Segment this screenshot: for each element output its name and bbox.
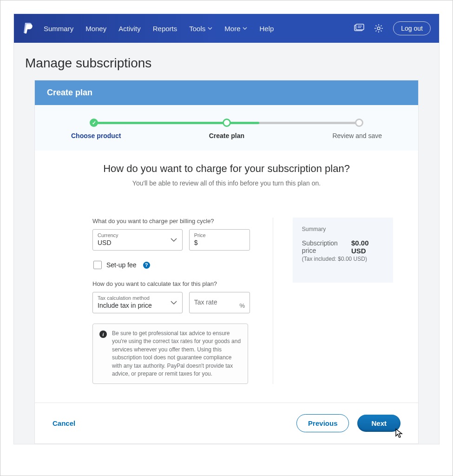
percent-suffix: % <box>240 302 245 309</box>
summary-title: Summary <box>302 226 384 232</box>
step2-label: Create plan <box>209 132 244 139</box>
tax-question: How do you want to calculate tax for thi… <box>92 280 253 287</box>
step-current-icon <box>223 119 231 127</box>
form-heading: How do you want to charge for your subsc… <box>35 163 418 175</box>
nav-more[interactable]: More <box>224 25 247 33</box>
chevron-down-icon <box>170 300 177 305</box>
tax-info-box: i Be sure to get professional tax advice… <box>92 324 248 384</box>
cursor-icon <box>395 428 403 438</box>
nav-reports[interactable]: Reports <box>153 25 177 33</box>
nav-activity[interactable]: Activity <box>118 25 141 33</box>
price-input[interactable]: Price $ <box>189 229 250 251</box>
svg-point-4 <box>377 27 380 30</box>
top-nav: Summary Money Activity Reports Tools Mor… <box>14 14 439 43</box>
create-plan-card: Create plan Choose product Create plan R… <box>34 80 419 444</box>
summary-price-value: $0.00 USD <box>351 239 384 255</box>
summary-panel: Summary Subscription price $0.00 USD (Ta… <box>293 218 393 283</box>
nav-tools-label: Tools <box>189 25 205 33</box>
tax-method-label: Tax calculation method <box>98 295 177 301</box>
chevron-down-icon <box>170 238 177 242</box>
summary-tax-included: (Tax included: $0.00 USD) <box>302 256 384 262</box>
currency-select[interactable]: Currency USD <box>92 229 183 251</box>
chevron-down-icon <box>243 27 247 30</box>
page-title: Manage subscriptions <box>14 43 439 80</box>
info-icon: i <box>99 331 107 338</box>
tax-method-value: Include tax in price <box>98 302 177 309</box>
currency-label: Currency <box>98 232 177 238</box>
tax-method-select[interactable]: Tax calculation method Include tax in pr… <box>92 292 183 313</box>
card-header: Create plan <box>35 80 418 105</box>
messages-icon[interactable] <box>354 23 364 33</box>
setup-fee-label: Set-up fee <box>106 261 137 269</box>
form-subheading: You'll be able to review all of this inf… <box>35 179 418 187</box>
charge-question: What do you want to charge per billing c… <box>92 218 253 225</box>
next-button-label: Next <box>371 419 387 427</box>
tax-rate-input[interactable]: Tax rate % <box>189 292 250 313</box>
step3-label: Review and save <box>332 132 382 139</box>
summary-price-label: Subscription price <box>302 239 351 254</box>
price-value: $ <box>194 239 245 246</box>
svg-rect-1 <box>356 24 364 30</box>
tax-rate-label: Tax rate <box>194 298 217 306</box>
help-icon[interactable]: ? <box>143 262 150 269</box>
stepper: Choose product Create plan Review and sa… <box>35 105 418 151</box>
step1-label: Choose product <box>71 132 121 139</box>
logout-button[interactable]: Log out <box>393 21 431 35</box>
nav-tools[interactable]: Tools <box>189 25 212 33</box>
nav-money[interactable]: Money <box>85 25 106 33</box>
nav-summary[interactable]: Summary <box>44 25 73 33</box>
paypal-logo-icon <box>22 22 33 35</box>
previous-button[interactable]: Previous <box>296 414 349 432</box>
tax-info-text: Be sure to get professional tax advice t… <box>112 330 241 378</box>
cancel-link[interactable]: Cancel <box>53 419 75 427</box>
step-upcoming-icon <box>355 119 363 127</box>
vertical-divider <box>273 218 273 384</box>
nav-more-label: More <box>224 25 240 33</box>
gear-icon[interactable] <box>374 23 384 33</box>
next-button[interactable]: Next <box>357 415 400 432</box>
price-label: Price <box>194 232 245 238</box>
currency-value: USD <box>98 239 177 246</box>
chevron-down-icon <box>208 27 212 30</box>
step-done-icon <box>90 119 98 127</box>
nav-help[interactable]: Help <box>259 25 274 33</box>
footer-bar: Cancel Previous Next <box>35 403 418 443</box>
setup-fee-checkbox[interactable] <box>93 261 102 269</box>
